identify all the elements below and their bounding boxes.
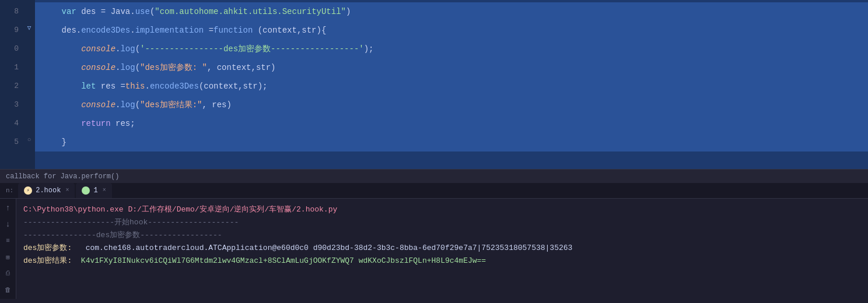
- tab-hook-close-icon: ×: [65, 183, 69, 198]
- fold-icon-2[interactable]: ○: [23, 131, 35, 149]
- code-line-8: var des = Java. use ( "com.autohome.ahki…: [35, 2, 868, 21]
- code-lines: var des = Java. use ( "com.autohome.ahki…: [35, 0, 868, 169]
- fold-icon[interactable]: ▽: [23, 19, 35, 37]
- tab-1-label: 1: [93, 183, 97, 198]
- gutter-icons: ▽ ○: [23, 0, 35, 169]
- tooltip-text: callback for Java.perform(): [6, 172, 119, 181]
- terminal-command-line: C:\Python38\python.exe D:/工作存根/Demo/安卓逆向…: [23, 203, 861, 216]
- tab-1[interactable]: 1 ×: [76, 183, 111, 198]
- code-line-13: console . log ( "des加密结果:" , res): [35, 96, 868, 114]
- bottom-section: n: ⚡ 2.hook × 1 × ↑ ↓ ≡ ⊞ ⎙ 🗑 C:\Pyt: [0, 183, 868, 296]
- terminal-tabs: n: ⚡ 2.hook × 1 ×: [0, 183, 868, 199]
- code-editor: 8 9 0 1 2 3 4 5 ▽ ○ var des: [0, 0, 868, 169]
- terminal-down-btn[interactable]: ↓: [2, 219, 14, 230]
- terminal-sidebar: ↑ ↓ ≡ ⊞ ⎙ 🗑: [0, 199, 16, 299]
- terminal-print-btn[interactable]: ⎙: [2, 267, 14, 279]
- tooltip-bar: callback for Java.perform(): [0, 169, 868, 183]
- terminal-output: C:\Python38\python.exe D:/工作存根/Demo/安卓逆向…: [16, 199, 868, 299]
- code-line-12: let res = this . encode3Des (context,str…: [35, 77, 868, 96]
- code-line-10: console . log ( '----------------des加密参数…: [35, 40, 868, 58]
- code-line-14: return res;: [35, 114, 868, 133]
- hook-icon: ⚡: [24, 186, 32, 195]
- tab-hook[interactable]: ⚡ 2.hook ×: [18, 183, 75, 198]
- code-line-15: }: [35, 133, 868, 152]
- terminal-line-separator1: --------------------开始hook--------------…: [23, 216, 861, 229]
- tab-hook-label: 2.hook: [36, 183, 61, 198]
- code-line-11: console . log ( "des加密参数: " , context,st…: [35, 58, 868, 77]
- terminal-up-btn[interactable]: ↑: [2, 202, 14, 214]
- terminal-line-result: des加密结果: K4v1FXyI8INukcv6iCQiWl7G6Mtdm2l…: [23, 255, 861, 267]
- terminal-content: ↑ ↓ ≡ ⊞ ⎙ 🗑 C:\Python38\python.exe D:/工作…: [0, 199, 868, 299]
- terminal-command-text: C:\Python38\python.exe D:/工作存根/Demo/安卓逆向…: [23, 205, 337, 214]
- terminal-label: n:: [2, 187, 17, 194]
- terminal-stack-btn[interactable]: ⊞: [2, 251, 14, 263]
- terminal-list-btn[interactable]: ≡: [2, 235, 14, 246]
- circle-icon: [82, 186, 90, 195]
- line-numbers: 8 9 0 1 2 3 4 5: [0, 0, 23, 169]
- tab-1-close-icon: ×: [103, 183, 106, 198]
- terminal-trash-btn[interactable]: 🗑: [2, 284, 14, 295]
- terminal-line-separator2: ----------------des加密参数-----------------…: [23, 229, 861, 242]
- terminal-line-param: des加密参数: com.che168.autotradercloud.ATCA…: [23, 242, 861, 255]
- code-line-9: des. encode3Des . implementation = funct…: [35, 21, 868, 40]
